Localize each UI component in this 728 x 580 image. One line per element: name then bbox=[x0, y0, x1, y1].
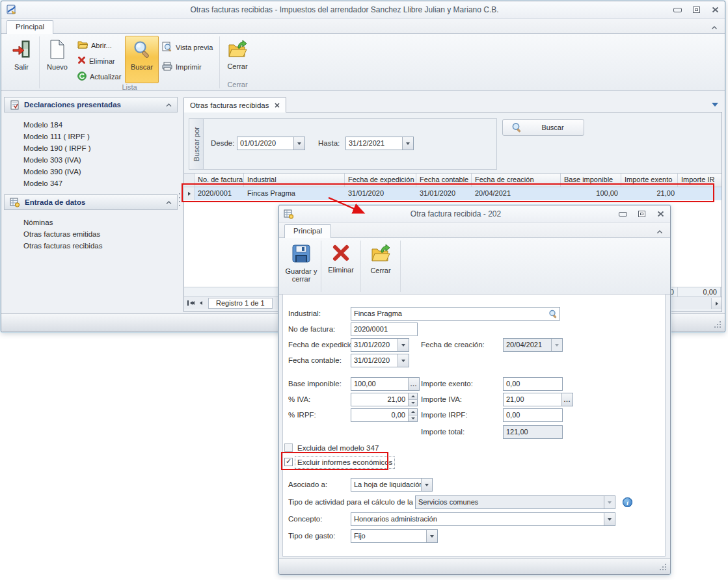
abrir-button[interactable]: Abrir... bbox=[74, 38, 125, 52]
importe-total-field: 121,00 bbox=[503, 425, 563, 439]
sidebar-item-modelo-184[interactable]: Modelo 184 bbox=[23, 119, 178, 131]
no-factura-value: 2020/0001 bbox=[351, 323, 417, 336]
asociado-label: Asociado a: bbox=[288, 478, 327, 492]
preview-icon bbox=[162, 42, 172, 53]
resize-grip[interactable] bbox=[714, 321, 721, 328]
dialog-eliminar-button[interactable]: Eliminar bbox=[322, 240, 360, 284]
exit-door-icon bbox=[12, 40, 31, 60]
cerrar-button[interactable]: Cerrar bbox=[221, 36, 254, 81]
importe-iva-ellipsis-button[interactable] bbox=[561, 393, 573, 406]
base-imponible-value: 100,00 bbox=[351, 378, 408, 390]
concepto-combo[interactable]: Honorarios administración bbox=[351, 512, 615, 526]
chevron-up-icon[interactable] bbox=[166, 198, 172, 206]
buscar-ribbon-button[interactable]: Buscar bbox=[125, 36, 159, 83]
base-imponible-label: Base imponible: bbox=[288, 377, 342, 391]
document-tab[interactable]: Otras facturas recibidas bbox=[183, 97, 286, 112]
base-imponible-field[interactable]: 100,00 bbox=[351, 377, 420, 391]
dialog-tab-principal[interactable]: Principal bbox=[284, 224, 331, 238]
importe-exento-field[interactable]: 0,00 bbox=[503, 377, 563, 391]
collapse-ribbon-icon[interactable] bbox=[711, 23, 718, 31]
previous-record-button[interactable] bbox=[196, 298, 206, 308]
no-factura-field[interactable]: 2020/0001 bbox=[351, 323, 418, 336]
fecha-creacion-field: 20/04/2021 bbox=[503, 338, 563, 352]
sidebar-item-modelo-190[interactable]: Modelo 190 ( IRPF ) bbox=[23, 142, 178, 154]
tipo-gasto-combo[interactable]: Fijo bbox=[351, 529, 438, 543]
guardar-y-cerrar-button[interactable]: Guardar y cerrar bbox=[282, 240, 320, 284]
tipo-gasto-dropdown-icon[interactable] bbox=[426, 530, 437, 542]
dialog-resize-grip[interactable] bbox=[660, 564, 667, 571]
chevron-up-icon[interactable] bbox=[166, 101, 172, 109]
dialog-close-icon[interactable] bbox=[655, 210, 666, 218]
annotation-arrow bbox=[324, 194, 376, 221]
dialog-restore-button[interactable] bbox=[636, 210, 647, 218]
actualizar-button[interactable]: Actualizar bbox=[74, 70, 125, 83]
sidebar-item-modelo-390[interactable]: Modelo 390 (IVA) bbox=[23, 166, 178, 178]
buscar-por-vertical-tab[interactable]: Buscar por bbox=[189, 119, 204, 169]
buscar-por-label: Buscar por bbox=[193, 127, 200, 161]
pct-iva-spinner[interactable] bbox=[408, 393, 417, 406]
importe-iva-field[interactable]: 21,00 bbox=[503, 393, 573, 406]
fecha-contable-dropdown-icon[interactable] bbox=[398, 354, 409, 367]
info-icon[interactable]: i bbox=[623, 497, 632, 507]
fecha-expedicion-field[interactable]: 31/01/2020 bbox=[351, 338, 409, 352]
tab-close-icon[interactable] bbox=[275, 101, 280, 109]
main-ribbon: Salir Nuevo Abrir. bbox=[1, 34, 725, 91]
eliminar-button[interactable]: Eliminar bbox=[74, 54, 125, 68]
nuevo-button[interactable]: Nuevo bbox=[40, 36, 74, 83]
lookup-magnifier-icon[interactable] bbox=[546, 308, 559, 320]
desde-dropdown-icon[interactable] bbox=[293, 137, 304, 150]
concepto-dropdown-icon[interactable] bbox=[604, 513, 615, 525]
industrial-label: Industrial: bbox=[288, 307, 321, 321]
asociado-combo[interactable]: La hoja de liquidación bbox=[351, 478, 433, 492]
main-ribbon-tabrow: Principal bbox=[1, 19, 725, 34]
salir-button[interactable]: Salir bbox=[5, 36, 38, 81]
pct-irpf-spinner[interactable] bbox=[408, 409, 417, 421]
magnifier-small-icon bbox=[511, 122, 522, 133]
scroll-right-button[interactable] bbox=[711, 298, 721, 309]
sidebar-item-modelo-111[interactable]: Modelo 111 ( IRPF ) bbox=[23, 131, 178, 142]
excluida-modelo-347-checkbox[interactable] bbox=[284, 443, 293, 452]
annotation-checkbox-highlight bbox=[281, 452, 388, 470]
first-record-button[interactable] bbox=[185, 298, 196, 308]
industrial-field[interactable]: Fincas Pragma bbox=[351, 307, 560, 321]
sidebar-item-nominas[interactable]: Nóminas bbox=[23, 217, 178, 228]
fecha-expedicion-dropdown-icon[interactable] bbox=[398, 339, 409, 351]
desde-field[interactable]: 01/01/2020 bbox=[237, 137, 305, 150]
close-icon[interactable] bbox=[710, 6, 720, 14]
sidebar-group-declaraciones[interactable]: Declaraciones presentadas bbox=[4, 97, 178, 112]
sidebar-item-modelo-303[interactable]: Modelo 303 (IVA) bbox=[23, 154, 178, 166]
importe-irpf-field[interactable]: 0,00 bbox=[503, 408, 563, 422]
imprimir-button[interactable]: Imprimir bbox=[159, 60, 219, 73]
dialog-window: Otra factura recibida - 202 Principal Gu… bbox=[278, 205, 671, 575]
minimize-button[interactable] bbox=[672, 6, 682, 14]
dialog-cerrar-button[interactable]: Cerrar bbox=[362, 240, 399, 284]
magnifier-icon bbox=[132, 40, 152, 60]
importe-total-value: 121,00 bbox=[504, 426, 562, 438]
industrial-value: Fincas Pragma bbox=[351, 308, 546, 320]
hasta-dropdown-icon[interactable] bbox=[402, 137, 413, 150]
fecha-contable-field[interactable]: 31/01/2020 bbox=[351, 354, 409, 367]
dialog-minimize-button[interactable] bbox=[617, 210, 628, 218]
buscar-button[interactable]: Buscar bbox=[502, 119, 584, 136]
asociado-dropdown-icon[interactable] bbox=[421, 479, 432, 491]
vista-previa-button[interactable]: Vista previa bbox=[159, 40, 219, 54]
dialog-cerrar-label: Cerrar bbox=[370, 267, 390, 274]
document-list-dropdown-icon[interactable] bbox=[712, 103, 718, 107]
sidebar-item-otras-facturas-recibidas[interactable]: Otras facturas recibidas bbox=[23, 240, 178, 252]
tab-principal[interactable]: Principal bbox=[7, 20, 53, 34]
tipo-gasto-value: Fijo bbox=[351, 530, 426, 542]
restore-button[interactable] bbox=[691, 6, 701, 14]
dialog-collapse-ribbon-icon[interactable] bbox=[656, 228, 663, 235]
sidebar-group-entrada-datos[interactable]: Entrada de datos bbox=[4, 194, 178, 210]
buscar-button-label: Buscar bbox=[522, 124, 584, 131]
desde-label: Desde: bbox=[211, 137, 234, 150]
dialog-eliminar-label: Eliminar bbox=[328, 266, 354, 274]
base-imponible-ellipsis-button[interactable] bbox=[408, 378, 419, 390]
pct-irpf-field[interactable]: 0,00 bbox=[351, 408, 418, 422]
sidebar-item-modelo-347[interactable]: Modelo 347 bbox=[23, 178, 178, 189]
pct-iva-field[interactable]: 21,00 bbox=[351, 393, 418, 406]
sidebar-item-otras-facturas-emitidas[interactable]: Otras facturas emitidas bbox=[23, 228, 178, 240]
hasta-field[interactable]: 31/12/2021 bbox=[345, 137, 414, 150]
prorrata-combo: Servicios comunes bbox=[415, 495, 615, 509]
dialog-ribbon-tabrow: Principal bbox=[279, 223, 670, 238]
